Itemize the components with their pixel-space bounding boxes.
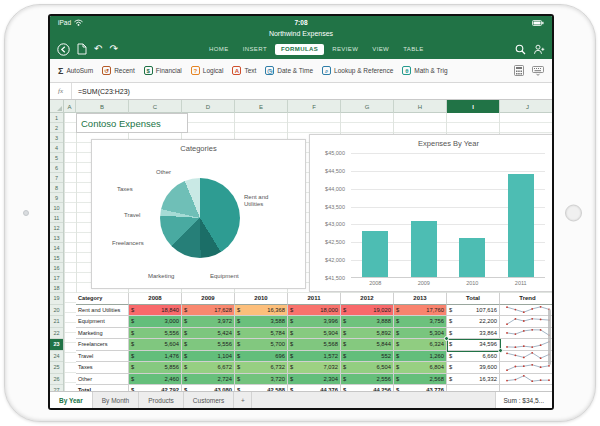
cell-2013[interactable]: $3,756 [394,316,447,328]
row-header-20[interactable]: 20 [50,305,63,317]
cell-2011[interactable]: $5,568 [288,339,341,351]
cell-2009[interactable]: $17,628 [182,305,235,317]
cell[interactable] [447,385,500,391]
add-sheet-button[interactable]: + [234,392,252,408]
cell-category[interactable]: Taxes [76,362,129,374]
row-header-12[interactable]: 12 [50,223,63,233]
ribbon-button-lookup-reference[interactable]: ⌕Lookup & Reference [322,66,393,75]
sheet-tab-by-month[interactable]: By Month [93,392,139,408]
sparkline-equipment[interactable] [500,316,552,328]
sparkline-freelancers[interactable] [500,339,552,351]
quick-sum-status[interactable]: Sum : $34,5... [495,392,552,408]
cell-category[interactable]: Marketing [76,328,129,340]
share-person-icon[interactable] [533,44,545,55]
cell-2009[interactable]: $6,672 [182,362,235,374]
table-header-total[interactable]: Total [447,293,500,305]
selection-handle-top-left[interactable] [444,336,449,341]
table-header-trend[interactable]: Trend [500,293,552,305]
row-header-23[interactable]: 23 [50,339,63,351]
select-all-corner[interactable] [50,100,64,113]
sparkline-marketing[interactable] [500,328,552,340]
home-button[interactable] [565,205,582,222]
table-header-2010[interactable]: 2010 [235,293,288,305]
ribbon-tab-insert[interactable]: INSERT [237,44,273,55]
cell-2009[interactable]: $2,724 [182,374,235,386]
cell-2012[interactable]: $3,888 [341,316,394,328]
cell-total-label[interactable]: Total [76,385,129,391]
cell-2010[interactable]: $16,368 [235,305,288,317]
ribbon-tab-table[interactable]: TABLE [397,44,430,55]
cell-2011[interactable]: $7,032 [288,362,341,374]
cell-2013[interactable]: $17,760 [394,305,447,317]
cell-2008[interactable]: $18,840 [129,305,182,317]
cell-2012[interactable]: $6,504 [341,362,394,374]
undo-button[interactable]: ↶ [94,44,102,54]
cell-total[interactable]: $22,200 [447,316,500,328]
cell-2012[interactable]: $552 [341,351,394,363]
row-header-4[interactable]: 4 [50,143,63,153]
cell-2008[interactable]: $3,000 [129,316,182,328]
row-header-26[interactable]: 26 [50,374,63,386]
row-header-18[interactable]: 18 [50,283,63,293]
redo-button[interactable]: ↷ [109,44,117,54]
cell-2013[interactable]: $2,568 [394,374,447,386]
row-header-2[interactable]: 2 [50,123,63,133]
pie-chart-object[interactable]: Categories Rent and UtilitiesEquipmentMa… [91,139,306,289]
cell-2009[interactable]: $1,104 [182,351,235,363]
cell-2012[interactable]: $5,892 [341,328,394,340]
row-header-25[interactable]: 25 [50,362,63,374]
row-header-14[interactable]: 14 [50,243,63,253]
row-header-21[interactable]: 21 [50,316,63,328]
ribbon-tab-formulas[interactable]: FORMULAS [275,44,324,55]
row-header-3[interactable]: 3 [50,133,63,143]
row-header-1[interactable]: 1 [50,113,63,123]
sparkline-taxes[interactable] [500,362,552,374]
cell-2013[interactable]: $5,304 [394,328,447,340]
row-header-15[interactable]: 15 [50,253,63,263]
row-header-22[interactable]: 22 [50,328,63,340]
cell-2013[interactable]: $1,260 [394,351,447,363]
selection-handle-bottom-right[interactable] [498,348,503,353]
ribbon-button-recent[interactable]: ↺Recent [102,66,135,75]
cell-total-2012[interactable]: $44,256 [341,385,394,391]
column-header-I[interactable]: I [447,100,500,113]
cell-category[interactable]: Freelancers [76,339,129,351]
column-header-J[interactable]: J [500,100,552,113]
cell-2011[interactable]: $1,572 [288,351,341,363]
selected-cell-outline[interactable] [447,339,501,352]
row-header-5[interactable]: 5 [50,153,63,163]
row-header-9[interactable]: 9 [50,193,63,203]
row-header-16[interactable]: 16 [50,263,63,273]
cell-category[interactable]: Rent and Utilities [76,305,129,317]
formula-input[interactable]: =SUM(C23:H23) [72,83,130,99]
search-icon[interactable] [515,44,526,55]
back-button[interactable] [57,43,70,56]
row-header-8[interactable]: 8 [50,183,63,193]
row-header-24[interactable]: 24 [50,351,63,363]
new-document-button[interactable] [77,43,87,55]
cell-category[interactable]: Equipment [76,316,129,328]
sparkline-travel[interactable] [500,351,552,363]
cell-2011[interactable]: $2,304 [288,374,341,386]
cell-2008[interactable]: $1,476 [129,351,182,363]
bar-chart-object[interactable]: Expenses By Year $45,000$44,500$44,000$4… [309,134,552,292]
row-header-7[interactable]: 7 [50,173,63,183]
sheet-tab-customers[interactable]: Customers [184,392,234,408]
cell-total-2013[interactable]: $43,776 [394,385,447,391]
table-header-2013[interactable]: 2013 [394,293,447,305]
table-header-2012[interactable]: 2012 [341,293,394,305]
column-header-B[interactable]: B [76,100,129,113]
sparkline-rent-and-utilities[interactable] [500,305,552,317]
ribbon-button-financial[interactable]: $Financial [144,66,182,75]
cell-2008[interactable]: $5,604 [129,339,182,351]
row-header-27[interactable]: 27 [50,385,63,391]
cell-total[interactable]: $6,660 [447,351,500,363]
ribbon-button-logical[interactable]: ?Logical [191,66,224,75]
table-header-2011[interactable]: 2011 [288,293,341,305]
row-header-19[interactable]: 19 [50,293,63,305]
column-header-G[interactable]: G [341,100,394,113]
cells-area[interactable]: Contoso Expenses Categories Rent and Uti… [64,113,552,391]
sheet-tab-by-year[interactable]: By Year [50,392,93,408]
calculator-icon[interactable] [514,65,524,76]
cell-2009[interactable]: $3,972 [182,316,235,328]
